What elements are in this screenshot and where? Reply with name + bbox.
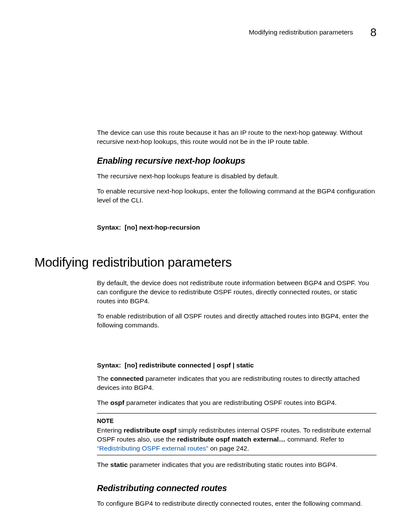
page: Modifying redistribution parameters 8 Th…: [0, 0, 411, 532]
param-connected: connected: [110, 375, 144, 382]
body-column-2: By default, the device does not redistri…: [97, 279, 377, 508]
body-column: The device can use this route because it…: [97, 128, 377, 232]
param-static: static: [110, 461, 128, 468]
text-fragment: parameter indicates that you are redistr…: [125, 399, 337, 406]
cmd-redistribute-ospf-match-external: redistribute ospf match external…: [177, 436, 286, 443]
syntax-command-2: [no] redistribute connected | ospf | sta…: [125, 361, 254, 369]
subheading-redistributing-connected: Redistributing connected routes: [97, 482, 377, 494]
subheading-enabling-recursive: Enabling recursive next-hop lookups: [97, 155, 377, 167]
text-fragment: command. Refer to: [286, 436, 344, 443]
intro-paragraph: The device can use this route because it…: [97, 128, 377, 146]
sec2-paragraph-4: The ospf parameter indicates that you ar…: [97, 398, 377, 408]
param-ospf: ospf: [110, 399, 125, 406]
text-fragment: parameter indicates that you are redistr…: [128, 461, 338, 468]
syntax-label-2: Syntax:: [97, 361, 121, 370]
syntax-line-1: Syntax: [no] next-hop-recursion: [97, 223, 377, 232]
sec1-paragraph-1: The recursive next-hop lookups feature i…: [97, 172, 377, 181]
text-fragment: The: [97, 375, 110, 382]
sec2-paragraph-3: The connected parameter indicates that y…: [97, 374, 377, 392]
sec2-paragraph-5: The static parameter indicates that you …: [97, 460, 377, 470]
sec3-paragraph-1: To configure BGP4 to redistribute direct…: [97, 499, 377, 508]
sec1-paragraph-2: To enable recursive next-hop lookups, en…: [97, 187, 377, 205]
xref-redistributing-ospf-external[interactable]: “Redistributing OSPF external routes”: [97, 445, 208, 452]
text-fragment: The: [97, 461, 110, 468]
syntax-line-2: Syntax: [no] redistribute connected | os…: [97, 361, 377, 370]
text-fragment: on page 242.: [208, 445, 249, 452]
sec2-paragraph-2: To enable redistribution of all OSPF rou…: [97, 312, 377, 330]
note-rule-bottom: [97, 455, 377, 455]
syntax-label: Syntax:: [97, 223, 121, 232]
note-rule-top: [97, 413, 377, 414]
running-header: Modifying redistribution parameters 8: [34, 25, 377, 40]
text-fragment: The: [97, 399, 110, 406]
sec2-paragraph-1: By default, the device does not redistri…: [97, 279, 377, 306]
heading-modifying-redistribution: Modifying redistribution parameters: [34, 254, 377, 271]
note-label: NOTE: [97, 417, 377, 425]
note-body: Entering redistribute ospf simply redist…: [97, 426, 377, 453]
text-fragment: Entering: [97, 426, 124, 434]
chapter-number: 8: [371, 25, 377, 40]
syntax-command: [no] next-hop-recursion: [125, 224, 200, 231]
running-header-title: Modifying redistribution parameters: [249, 28, 353, 37]
cmd-redistribute-ospf: redistribute ospf: [124, 426, 176, 434]
